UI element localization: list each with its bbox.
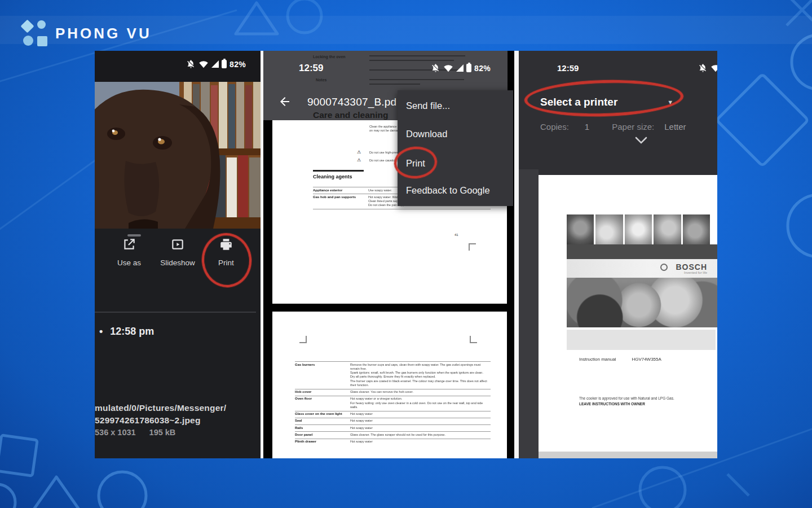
preview-bottom-strip — [539, 452, 717, 458]
gallery-status-bar: 82% — [95, 51, 261, 82]
brand-logo: PHONG VU — [23, 20, 152, 46]
table-value: Hot soapy water — [350, 440, 491, 444]
slideshow-icon — [170, 237, 185, 252]
logo-small-circle-shape — [37, 20, 46, 29]
table-key: Appliance exterior — [313, 189, 368, 192]
menu-item-feedback[interactable]: Feedback to Google — [406, 185, 490, 196]
table-value: Hot soapy water — [350, 412, 491, 416]
logo-diamond-shape — [20, 19, 34, 33]
cover-food-strip — [567, 214, 710, 244]
pdf-viewer-screenshot: Locking the oven Notes 12:59 82% — [263, 51, 514, 458]
table-value: Hot soapy water — [350, 419, 491, 423]
battery-percent: 82% — [474, 64, 491, 73]
print-options-row: Copies: 1 Paper size: Letter — [540, 122, 686, 132]
gallery-screenshot: 82% — [95, 51, 261, 458]
page1-number: 41 — [454, 233, 458, 237]
doc-section-heading: Care and cleaning — [313, 110, 389, 120]
cellular-signal-icon — [456, 64, 464, 72]
notifications-off-icon — [698, 63, 708, 73]
table-key: Oven floor — [295, 397, 350, 409]
print-menu-highlight-circle — [393, 145, 438, 179]
table-key: Glass cover on the oven light — [295, 412, 350, 416]
logo-circle-shape — [23, 36, 33, 46]
slideshow-button[interactable]: Slideshow — [158, 237, 197, 267]
table-key: Gas burners — [295, 363, 350, 388]
back-button[interactable] — [278, 95, 292, 111]
paper-size-label: Paper size: — [612, 122, 654, 132]
notifications-off-icon — [431, 63, 440, 73]
pdf-page-2: Gas burnersRemove the burner cups and ca… — [272, 312, 507, 458]
battery-icon — [466, 64, 471, 72]
crop-mark — [470, 336, 477, 343]
photo-path-line1: mulated/0/Pictures/Messenger/ — [95, 402, 226, 414]
table-value: Glass cleaner. You can remove the hob co… — [350, 390, 491, 394]
page-background: PHONG VU 82% — [0, 0, 812, 508]
table-key: Hob cover — [295, 390, 350, 394]
logo-square-shape — [37, 36, 47, 46]
wifi-icon — [710, 64, 717, 72]
model-number: HGV74W355A — [632, 357, 661, 362]
table-key: Rails — [295, 426, 350, 430]
table-key: Door panel — [295, 433, 350, 437]
sheet-divider — [95, 312, 256, 313]
paper-size-value[interactable]: Letter — [664, 122, 686, 132]
warning-icon: ⚠ — [357, 150, 361, 155]
cover-brand-band: BOSCH Invented for life — [567, 259, 717, 278]
open-in-new-icon — [122, 237, 136, 252]
use-as-button[interactable]: Use as — [109, 237, 149, 267]
dog-photo[interactable] — [95, 82, 261, 229]
copies-value[interactable]: 1 — [585, 122, 589, 132]
cover-title-row: Instruction manual HGV74W355A — [579, 357, 661, 362]
wifi-icon — [198, 60, 209, 68]
slideshow-label: Slideshow — [160, 259, 195, 267]
table-key: Seal — [295, 419, 350, 423]
approval-note: The cooker is approved for use with Natu… — [579, 396, 674, 400]
ghost-heading-notes: Notes — [316, 78, 326, 82]
document-title: 9000743307_B.pd — [307, 96, 398, 108]
bosch-emblem-icon — [660, 264, 668, 271]
table-value: Glass cleaner. The glass scraper should … — [350, 433, 491, 437]
crop-mark — [299, 336, 307, 343]
printer-select-highlight-circle — [524, 78, 684, 118]
photo-path-line2: 529974261786038~2.jpeg — [95, 414, 201, 426]
ghost-heading-locking: Locking the oven — [313, 55, 346, 59]
crop-mark — [469, 243, 476, 251]
battery-icon — [222, 60, 227, 68]
dialog-status-time: 12:59 — [557, 63, 579, 73]
photo-filesize: 195 kB — [149, 428, 176, 437]
brand-logo-icon — [23, 20, 47, 46]
menu-item-send-file[interactable]: Send file... — [406, 100, 450, 111]
cover-muffins-image — [567, 278, 717, 327]
expand-options-chevron[interactable] — [635, 137, 647, 144]
cellular-signal-icon — [211, 60, 219, 68]
warning-icon: ⚠ — [357, 157, 361, 163]
table-key: Gas hob and pan supports — [313, 195, 368, 208]
page1-section-heading: Cleaning agents — [313, 174, 352, 179]
photo-dimensions: 536 x 1031 — [95, 428, 136, 437]
table-value: Hot soapy water or a vinegar solution. F… — [350, 397, 491, 409]
section-rule — [313, 170, 364, 172]
viewer-status-time: 12:59 — [299, 63, 323, 74]
sheet-drag-handle[interactable] — [127, 234, 141, 237]
cover-gray-band — [567, 330, 716, 350]
menu-item-download[interactable]: Download — [406, 129, 447, 139]
bosch-logo-text: BOSCH — [676, 262, 707, 271]
brand-name: PHONG VU — [55, 25, 152, 42]
print-dialog-screenshot: 12:59 Select a printer ▼ Copies: 1 Paper… — [519, 51, 717, 458]
doc-type-label: Instruction manual — [579, 357, 616, 362]
bullet-glyph: • — [99, 326, 103, 337]
copies-label: Copies: — [540, 122, 569, 132]
table-key: Plinth drawer — [295, 440, 350, 444]
table-value: Remove the burner cups and caps, clean t… — [350, 363, 491, 388]
photo-timestamp: • 12:58 pm — [99, 326, 154, 338]
photo-time-text: 12:58 pm — [110, 326, 154, 337]
screenshot-collage: 82% — [95, 51, 717, 458]
owner-note: LEAVE INSTRUCTIONS WITH OWNER — [579, 402, 645, 406]
page2-table: Gas burnersRemove the burner cups and ca… — [295, 361, 491, 445]
use-as-label: Use as — [117, 259, 141, 267]
photo-meta-row: 536 x 1031 195 kB — [95, 428, 175, 437]
table-value: Hot soapy water — [350, 426, 491, 430]
notifications-off-icon — [186, 59, 196, 69]
bosch-tagline: Invented for life — [684, 271, 707, 274]
viewer-overflow-menu: Send file... Download Print Feedback to … — [398, 90, 513, 206]
